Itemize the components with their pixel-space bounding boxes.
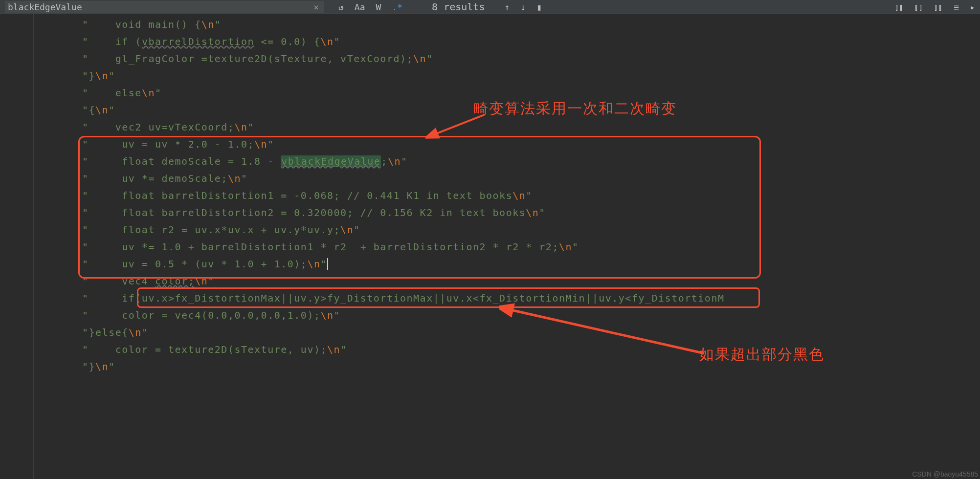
pin-icon[interactable]: ▸ — [970, 2, 975, 12]
code-line: " if (vbarrelDistortion <= 0.0) {\n" — [0, 33, 980, 50]
results-count: 8 results — [432, 1, 485, 13]
code-line: " uv *= demoScale;\n" — [0, 170, 980, 187]
code-line: " color = vec4(0.0,0.0,0.0,1.0);\n" — [0, 307, 980, 324]
code-line: " vec4 color;\n" — [0, 273, 980, 290]
find-extra: ⫿⫿ ⫿⫿ ⫿⫿ ≡ ▸ — [895, 2, 975, 12]
find-input-wrap[interactable]: blackEdgeValue × — [5, 1, 324, 13]
close-icon[interactable]: × — [312, 2, 321, 12]
code-editor[interactable]: " void main() {\n" " if (vbarrelDistorti… — [0, 14, 980, 375]
find-bar: blackEdgeValue × ↺ Aa W .* 8 results ↑ ↓… — [0, 0, 980, 14]
code-line: " float barrelDistortion1 = -0.068; // 0… — [0, 187, 980, 204]
find-input[interactable]: blackEdgeValue — [8, 2, 312, 12]
code-line: " float demoScale = 1.8 - vblackEdgeValu… — [0, 153, 980, 170]
find-nav: ↑ ↓ ▮ — [504, 2, 542, 12]
code-line: "}\n" — [0, 67, 980, 85]
history-icon[interactable]: ↺ — [338, 2, 344, 12]
code-line: " float barrelDistortion2 = 0.320000; //… — [0, 204, 980, 221]
text-cursor — [327, 258, 328, 270]
filter3-icon[interactable]: ⫿⫿ — [934, 2, 943, 12]
words-toggle[interactable]: W — [376, 2, 381, 12]
code-line: " float r2 = uv.x*uv.x + uv.y*uv.y;\n" — [0, 221, 980, 239]
select-all-icon[interactable]: ▮ — [536, 2, 542, 12]
filter1-icon[interactable]: ⫿⫿ — [895, 2, 904, 12]
prev-match-icon[interactable]: ↑ — [504, 2, 510, 12]
next-match-icon[interactable]: ↓ — [520, 2, 526, 12]
filter2-icon[interactable]: ⫿⫿ — [914, 2, 923, 12]
annotation-label-2: 如果超出部分黑色 — [699, 345, 824, 365]
code-line: " if(uv.x>fx_DistortionMax||uv.y>fy_Dist… — [0, 290, 980, 307]
code-line: " uv = uv * 2.0 - 1.0;\n" — [0, 136, 980, 153]
regex-toggle[interactable]: .* — [392, 2, 402, 12]
code-line: " uv = 0.5 * (uv * 1.0 + 1.0);\n" — [0, 256, 980, 273]
annotation-label-1: 畸变算法采用一次和二次畸变 — [473, 99, 677, 119]
more-icon[interactable]: ≡ — [954, 2, 959, 12]
match-case-toggle[interactable]: Aa — [355, 2, 365, 12]
code-line: " void main() {\n" — [0, 16, 980, 33]
code-line: " uv *= 1.0 + barrelDistortion1 * r2 + b… — [0, 239, 980, 256]
code-line: " vec2 uv=vTexCoord;\n" — [0, 119, 980, 136]
code-line: "}\n" — [0, 358, 980, 375]
find-options: ↺ Aa W .* — [338, 2, 402, 12]
code-line: " gl_FragColor =texture2D(sTexture, vTex… — [0, 50, 980, 67]
code-line: "}else{\n" — [0, 324, 980, 341]
code-line: " color = texture2D(sTexture, uv);\n" — [0, 341, 980, 358]
watermark: CSDN @baoyu45585 — [912, 470, 978, 478]
